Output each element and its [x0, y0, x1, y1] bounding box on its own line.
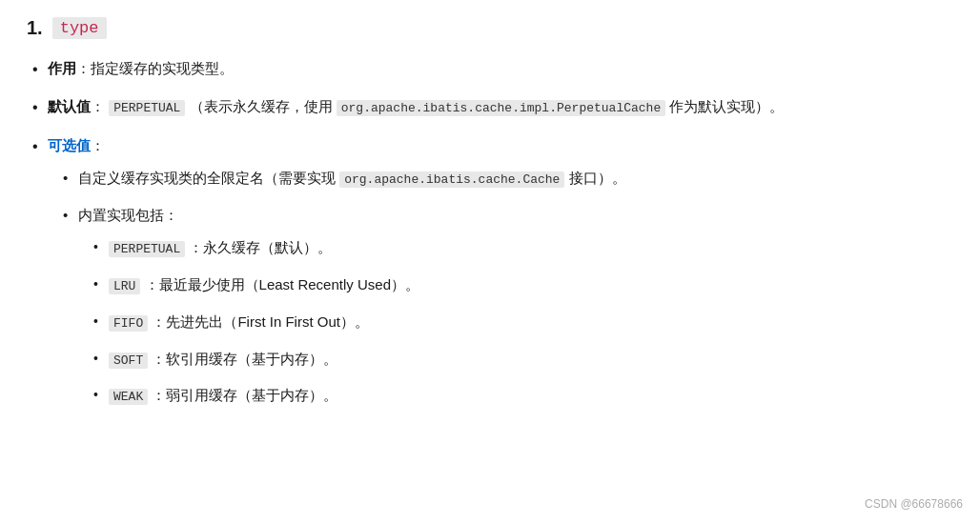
- code-lru: LRU: [109, 278, 140, 294]
- label-kexuanzhi: 可选值: [48, 137, 91, 153]
- outer-list: 作用：指定缓存的实现类型。 默认值： PERPETUAL （表示永久缓存，使用 …: [27, 56, 953, 409]
- heading-row: 1. type: [27, 17, 953, 39]
- list-item-builtin: 内置实现包括： PERPETUAL ：永久缓存（默认）。 LRU ：最近最少使用…: [59, 203, 953, 409]
- code-perpetual: PERPETUAL: [109, 241, 185, 257]
- heading-code: type: [52, 17, 107, 39]
- list-item-custom: 自定义缓存实现类的全限定名（需要实现 org.apache.ibatis.cac…: [59, 166, 953, 191]
- heading-number: 1.: [27, 17, 43, 39]
- list-item-morenzhí: 默认值： PERPETUAL （表示永久缓存，使用 org.apache.iba…: [27, 94, 953, 120]
- list-item-fifo: FIFO ：先进先出（First In First Out）。: [90, 310, 953, 335]
- label-morenzhi: 默认值: [48, 98, 91, 114]
- list-item-weak: WEAK ：弱引用缓存（基于内存）。: [90, 383, 953, 409]
- code-perpetualcache-class: org.apache.ibatis.cache.impl.PerpetualCa…: [337, 100, 665, 116]
- label-zuoyong: 作用: [48, 60, 76, 76]
- code-cache-interface: org.apache.ibatis.cache.Cache: [339, 171, 564, 188]
- list-item-lru: LRU ：最近最少使用（Least Recently Used）。: [90, 272, 953, 298]
- list-item-soft: SOFT ：软引用缓存（基于内存）。: [90, 347, 953, 373]
- deep-list: PERPETUAL ：永久缓存（默认）。 LRU ：最近最少使用（Least R…: [90, 235, 953, 409]
- inner-list: 自定义缓存实现类的全限定名（需要实现 org.apache.ibatis.cac…: [59, 166, 953, 409]
- code-soft: SOFT: [109, 353, 148, 369]
- code-fifo: FIFO: [109, 315, 148, 332]
- list-item-zuoyong: 作用：指定缓存的实现类型。: [27, 56, 953, 81]
- watermark: CSDN @66678666: [865, 497, 963, 511]
- list-item-kexuanzhi: 可选值： 自定义缓存实现类的全限定名（需要实现 org.apache.ibati…: [27, 133, 953, 409]
- code-perpetual-default: PERPETUAL: [109, 100, 185, 116]
- list-item-perpetual: PERPETUAL ：永久缓存（默认）。: [90, 235, 953, 261]
- code-weak: WEAK: [109, 389, 148, 405]
